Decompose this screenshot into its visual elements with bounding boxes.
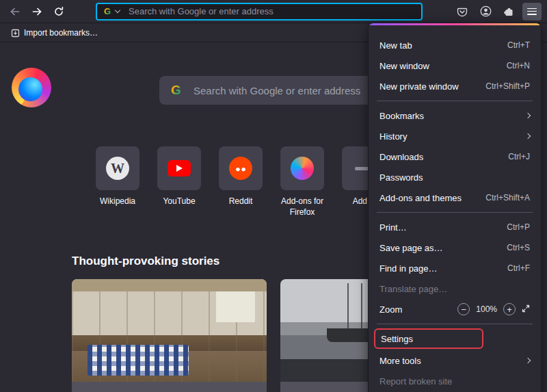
pocket-button[interactable] [453,3,472,21]
menu-item-downloads[interactable]: Downloads Ctrl+J [374,146,535,167]
import-bookmarks-button[interactable]: Import bookmarks… [7,26,102,40]
firefox-logo [12,68,51,107]
reload-button[interactable] [49,3,68,21]
forward-icon [31,6,42,17]
menu-item-save-page-as[interactable]: Save page as… Ctrl+S [374,237,535,258]
shortcut-reddit[interactable]: Reddit [210,146,271,218]
back-button[interactable] [5,3,25,21]
chevron-right-icon [525,358,531,363]
import-bookmarks-icon [11,29,20,38]
reddit-icon [229,157,252,180]
account-button[interactable] [476,3,495,21]
menu-item-new-window[interactable]: New window Ctrl+N [374,55,535,76]
google-icon: G [103,6,113,16]
shortcut-label: Add-ons for Firefox [274,196,330,218]
svg-text:G: G [171,83,181,97]
forward-button[interactable] [27,3,46,21]
svg-text:G: G [104,6,111,16]
back-icon [10,6,21,17]
story-card-footer [72,382,267,392]
address-input[interactable] [127,5,418,17]
addons-icon [291,157,314,180]
extensions-button[interactable] [499,3,518,21]
annotation-highlight: Settings [374,328,483,349]
menu-item-zoom: Zoom − 100% + [374,299,535,319]
menu-separator [377,212,533,213]
address-bar[interactable]: G [96,3,423,21]
story-image-kitchen [72,279,267,382]
stories-heading: Thought-provoking stories [72,254,219,268]
menu-separator [377,101,533,101]
menu-item-new-tab[interactable]: New tab Ctrl+T [374,35,535,55]
shortcut-label: Wikipedia [100,196,135,207]
menu-item-print[interactable]: Print… Ctrl+P [374,217,535,237]
menu-item-translate-page: Translate page… [374,278,535,299]
menu-item-more-tools[interactable]: More tools [374,350,535,371]
menu-item-passwords[interactable]: Passwords [374,167,535,187]
menu-list: New tab Ctrl+T New window Ctrl+N New pri… [369,25,541,392]
menu-item-addons-themes[interactable]: Add-ons and themes Ctrl+Shift+A [374,187,535,208]
browser-window: G [0,0,547,392]
shortcut-addons[interactable]: Add-ons for Firefox [271,146,333,218]
menu-item-find-in-page[interactable]: Find in page… Ctrl+F [374,258,535,278]
search-engine-selector[interactable]: G [100,5,123,18]
pocket-icon [457,6,468,17]
zoom-out-button[interactable]: − [457,303,470,315]
shortcut-tiles: W Wikipedia YouTube Reddit Add-ons for F… [87,146,395,218]
chevron-right-icon [525,113,531,118]
account-icon [480,5,492,17]
menu-item-settings[interactable]: Settings [375,330,482,348]
firefox-logo-inner [18,77,42,101]
menu-button[interactable] [522,3,542,21]
import-bookmarks-label: Import bookmarks… [24,28,98,38]
story-card[interactable] [72,279,267,392]
youtube-icon [168,160,191,177]
toolbar-actions [453,3,542,21]
fullscreen-button[interactable] [522,304,530,315]
shortcut-label: Reddit [229,196,253,207]
shortcut-label: YouTube [163,196,195,207]
hamburger-icon [527,8,537,15]
wikipedia-icon: W [106,157,129,180]
extensions-icon [503,6,514,17]
menu-item-bookmarks[interactable]: Bookmarks [374,105,535,126]
menu-item-history[interactable]: History [374,126,535,146]
chevron-down-icon [115,8,120,13]
shortcut-youtube[interactable]: YouTube [148,146,210,218]
google-icon: G [170,83,184,98]
zoom-in-button[interactable]: + [503,303,516,315]
zoom-reset-button[interactable]: 100% [476,304,497,314]
chevron-right-icon [525,133,531,139]
app-menu: New tab Ctrl+T New window Ctrl+N New pri… [368,23,542,392]
navigation-toolbar: G [0,0,547,23]
menu-item-new-private-window[interactable]: New private window Ctrl+Shift+P [374,76,535,96]
shortcut-wikipedia[interactable]: W Wikipedia [87,146,148,218]
reload-icon [53,6,64,17]
menu-separator [377,324,533,324]
menu-item-report-broken-site: Report broken site [374,371,535,391]
fullscreen-icon [522,304,530,313]
